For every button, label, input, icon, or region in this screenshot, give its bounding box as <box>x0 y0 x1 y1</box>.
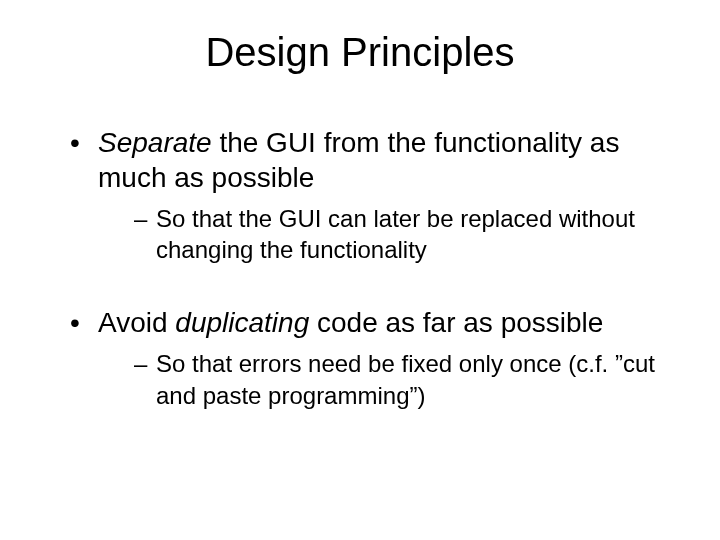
slide-title: Design Principles <box>40 30 680 75</box>
sub-item: So that errors need be fixed only once (… <box>134 348 680 410</box>
emphasis-word: Separate <box>98 127 212 158</box>
bullet-item: Avoid duplicating code as far as possibl… <box>70 305 680 410</box>
slide: Design Principles Separate the GUI from … <box>0 0 720 540</box>
emphasis-word: duplicating <box>175 307 309 338</box>
sub-list: So that the GUI can later be replaced wi… <box>98 203 680 265</box>
bullet-text: Separate the GUI from the functionality … <box>98 127 619 193</box>
bullet-item: Separate the GUI from the functionality … <box>70 125 680 265</box>
bullet-rest: code as far as possible <box>309 307 603 338</box>
bullet-text: Avoid duplicating code as far as possibl… <box>98 307 603 338</box>
sub-item: So that the GUI can later be replaced wi… <box>134 203 680 265</box>
bullet-list: Separate the GUI from the functionality … <box>40 125 680 411</box>
bullet-pre: Avoid <box>98 307 175 338</box>
sub-list: So that errors need be fixed only once (… <box>98 348 680 410</box>
